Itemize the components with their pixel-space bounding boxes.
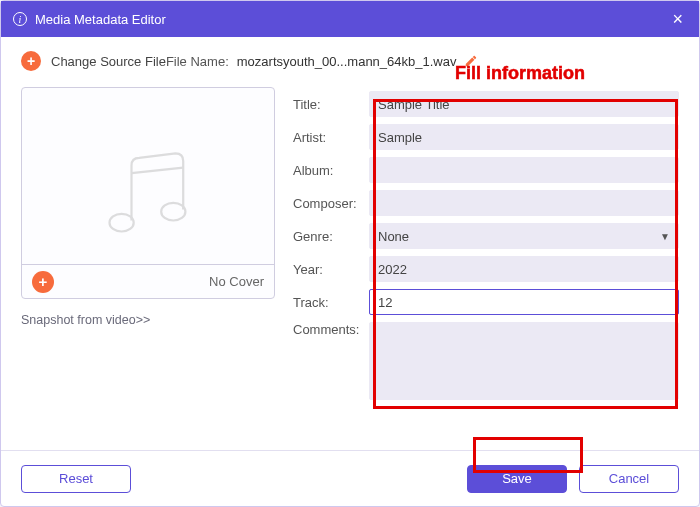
title-bar: i Media Metadata Editor × [1, 1, 699, 37]
artist-input[interactable] [369, 124, 679, 150]
annotation-fill-info: Fill information [455, 63, 585, 84]
track-label: Track: [293, 295, 361, 310]
info-icon: i [13, 12, 27, 26]
svg-point-0 [110, 214, 134, 232]
comments-input[interactable] [369, 322, 679, 400]
change-source-label[interactable]: Change Source File [51, 54, 166, 69]
track-input[interactable] [369, 289, 679, 315]
filename-label: File Name: [166, 54, 229, 69]
filename-value: mozartsyouth_00...mann_64kb_1.wav [237, 54, 457, 69]
composer-label: Composer: [293, 196, 361, 211]
title-label: Title: [293, 97, 361, 112]
snapshot-link[interactable]: Snapshot from video>> [21, 313, 275, 327]
composer-input[interactable] [369, 190, 679, 216]
cancel-button[interactable]: Cancel [579, 465, 679, 493]
top-row: + Change Source File File Name: mozartsy… [1, 37, 699, 77]
year-label: Year: [293, 262, 361, 277]
music-note-icon [93, 138, 203, 248]
window-title: Media Metadata Editor [35, 12, 166, 27]
footer: Reset Save Cancel [1, 450, 699, 506]
close-icon[interactable]: × [668, 9, 687, 30]
cover-column: + No Cover Snapshot from video>> [21, 87, 275, 450]
year-input[interactable] [369, 256, 679, 282]
content-area: + No Cover Snapshot from video>> Title: … [1, 77, 699, 450]
reset-button[interactable]: Reset [21, 465, 131, 493]
add-cover-icon[interactable]: + [32, 271, 54, 293]
no-cover-label: No Cover [54, 274, 264, 289]
svg-point-1 [161, 203, 185, 221]
comments-label: Comments: [293, 322, 361, 337]
title-input[interactable] [369, 91, 679, 117]
artist-label: Artist: [293, 130, 361, 145]
chevron-down-icon: ▼ [660, 231, 670, 242]
app-window: i Media Metadata Editor × + Change Sourc… [0, 0, 700, 507]
no-cover-row: + No Cover [22, 264, 274, 298]
genre-value: None [378, 229, 409, 244]
metadata-form: Title: Artist: Album: Composer: Genre: N… [293, 87, 679, 450]
save-button[interactable]: Save [467, 465, 567, 493]
album-input[interactable] [369, 157, 679, 183]
genre-select[interactable]: None ▼ [369, 223, 679, 249]
cover-box: + No Cover [21, 87, 275, 299]
genre-label: Genre: [293, 229, 361, 244]
album-label: Album: [293, 163, 361, 178]
change-source-icon[interactable]: + [21, 51, 41, 71]
